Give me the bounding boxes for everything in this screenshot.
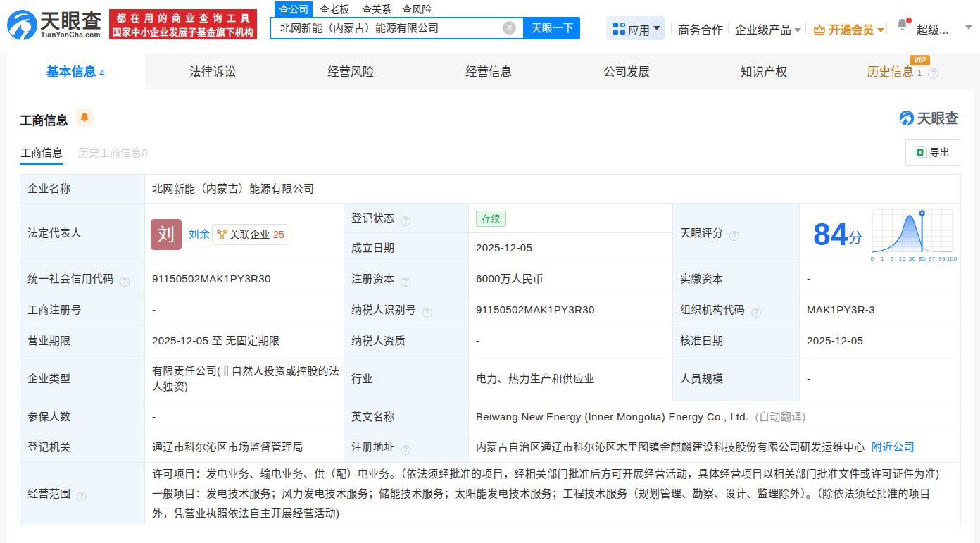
svg-text:X: X [918,149,922,156]
svg-text:3: 3 [891,256,894,262]
svg-text:1: 1 [881,256,884,262]
svg-text:50: 50 [909,256,916,262]
svg-text:85: 85 [919,256,926,262]
svg-text:97: 97 [929,256,936,262]
svg-text:100: 100 [947,256,957,262]
svg-text:天眼查: 天眼查 [917,111,959,126]
svg-text:15: 15 [899,256,906,262]
svg-text:0: 0 [871,256,874,262]
svg-text:99: 99 [938,256,946,262]
